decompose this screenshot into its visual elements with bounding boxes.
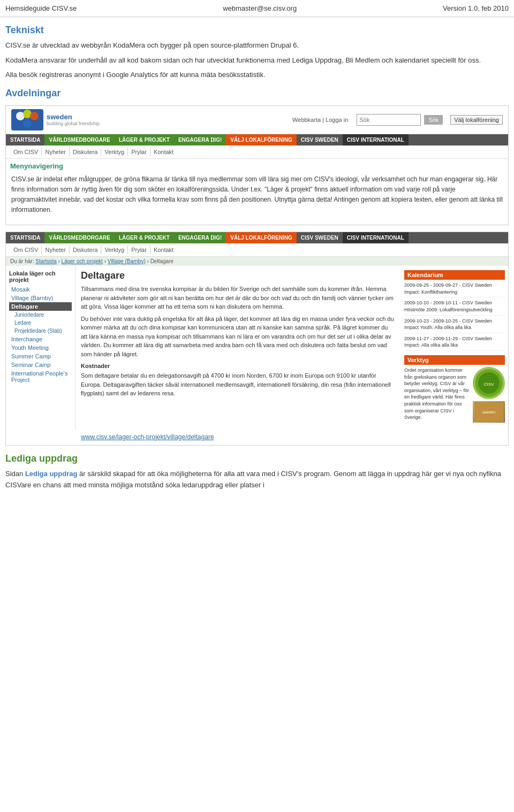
toplinks: Webbkarta | Logga in — [292, 117, 348, 123]
lediga-heading: Lediga uppdrag — [5, 453, 509, 464]
svg-text:CISV: CISV — [483, 382, 494, 387]
sidebar: Lokala läger och projekt Mosaik Village … — [6, 266, 75, 430]
subnav-verktyg[interactable]: Verktyg — [101, 148, 128, 156]
verktyg-content: Ordet organisation kommer från grekiskan… — [404, 367, 505, 425]
mockup-nav: STARTSIDA VÄRLDSMEDBORGARE LÄGER & PROJE… — [6, 134, 508, 145]
mockup-nav2: STARTSIDA VÄRLDSMEDBORGARE LÄGER & PROJE… — [6, 232, 508, 243]
svg-point-3 — [23, 119, 32, 128]
nav2-valj[interactable]: VÄLJ LOKALFÖRENING — [226, 232, 297, 243]
deltagare-link[interactable]: www.cisv.se/lager-och-projekt/village/de… — [81, 433, 214, 441]
verktyg-bottom-image: sweden — [473, 401, 505, 423]
subnav2-om-cisv[interactable]: Om CISV — [10, 246, 42, 254]
page-link-area: www.cisv.se/lager-och-projekt/village/de… — [6, 430, 508, 445]
body-text-2: Du behöver inte vara duktig på engelska … — [81, 315, 396, 359]
mockup-main-content: Deltagare Tillsammans med dina tre svens… — [75, 266, 401, 430]
email: webmaster@se.cisv.org — [223, 4, 297, 12]
breadcrumb-village[interactable]: Village (Barnby) — [108, 258, 146, 264]
tekniskt-heading: Tekniskt — [5, 25, 509, 36]
kostnader-heading: Kostnader — [81, 363, 396, 369]
site-name: Hemsideguide CISV.se — [5, 4, 77, 12]
sidebar-ledare[interactable]: Ledare — [9, 319, 72, 327]
calendar-header: Kalendarium — [404, 270, 505, 280]
right-column: Kalendarium 2009-09-25 - 2009-09-27 - CI… — [401, 266, 508, 430]
subnav2-prylar[interactable]: Prylar — [128, 246, 150, 254]
sidebar-summer-camp[interactable]: Summer Camp — [9, 352, 72, 361]
nav-cisv-intl[interactable]: CISV INTERNATIONAL — [343, 134, 409, 145]
nav-varldsmedborgare[interactable]: VÄRLDSMEDBORGARE — [44, 134, 114, 145]
document-header: Hemsideguide CISV.se webmaster@se.cisv.o… — [0, 0, 514, 17]
sidebar-title: Lokala läger och projekt — [9, 270, 72, 283]
mockup-subnav: Om CISV Nyheter Diskutera Verktyg Prylar… — [6, 145, 508, 159]
verktyg-header: Verktyg — [404, 355, 505, 365]
breadcrumb-startsida[interactable]: Startsida — [35, 258, 56, 264]
kostnader-text: Som deltagare betalar du en delegationsa… — [81, 371, 396, 398]
tekniskt-para3: Alla besök registreras anonymt i Google … — [5, 70, 509, 80]
subnav2-nyheter[interactable]: Nyheter — [42, 246, 70, 254]
sidebar-interchange[interactable]: Interchange — [9, 335, 72, 343]
search-area: Webbkarta | Logga in Sök Välj lokalfören… — [292, 114, 503, 126]
lediga-text-after: är särskild skapad för att öka möjlighet… — [5, 470, 501, 489]
subnav2-kontakt[interactable]: Kontakt — [150, 246, 177, 254]
website-mockup-1: sweden building global friendship Webbka… — [5, 105, 509, 226]
search-button[interactable]: Sök — [424, 115, 443, 125]
sidebar-international-people[interactable]: International People's Project — [9, 369, 72, 384]
subnav2-diskutera[interactable]: Diskutera — [70, 246, 101, 254]
sidebar-juniorledare[interactable]: Juniorledare — [9, 311, 72, 319]
nav2-cisv-sweden[interactable]: CISV SWEDEN — [297, 232, 343, 243]
nav2-engagera[interactable]: ENGAGERA DIG! — [174, 232, 226, 243]
tekniskt-para2: KodaMera ansvarar för underhåll av all k… — [5, 55, 509, 66]
verktyg-image: CISV sweden — [473, 367, 505, 423]
nav-startsida[interactable]: STARTSIDA — [6, 134, 44, 145]
menu-label: Menynavigering — [6, 159, 508, 171]
breadcrumb-text: Du är här: — [10, 258, 35, 264]
nav2-lager[interactable]: LÄGER & PROJEKT — [115, 232, 174, 243]
nav-cisv-sweden[interactable]: CISV SWEDEN — [297, 134, 343, 145]
sidebar-mosaik[interactable]: Mosaik — [9, 285, 72, 294]
version: Version 1.0, feb 2010 — [443, 4, 509, 12]
calendar-item-2: 2009-10-10 - 2009-10-11 - CISV SwedenHös… — [404, 300, 505, 315]
search-input[interactable] — [357, 114, 421, 126]
main-content: Tekniskt CISV.se är utvecklad av webbyrå… — [0, 25, 514, 491]
calendar-item-3: 2009-10-23 - 2009-10-25 - CISV SwedenImp… — [404, 318, 505, 333]
subnav-om-cisv[interactable]: Om CISV — [10, 148, 42, 156]
avdelningar-heading: Avdelningar — [5, 88, 509, 99]
calendar-item-1: 2009-09-25 - 2009-09-27 - CISV SwedenImp… — [404, 282, 505, 297]
breadcrumb-deltagare: Deltagare — [150, 258, 173, 264]
nav-engagera[interactable]: ENGAGERA DIG! — [174, 134, 226, 145]
mockup1-body: CISV.se är indelat efter målgrupper, de … — [6, 171, 508, 221]
sidebar-village[interactable]: Village (Barnby) — [9, 294, 72, 302]
calendar-item-4: 2009-11-27 - 2009-11-29 - CISV SwedenImp… — [404, 335, 505, 351]
lokalforening-dropdown[interactable]: Välj lokalförening — [450, 115, 503, 125]
nav2-varldsmedborgare[interactable]: VÄRLDSMEDBORGARE — [44, 232, 114, 243]
subnav-kontakt[interactable]: Kontakt — [150, 148, 177, 156]
cisv-sweden-text: sweden building global friendship — [47, 113, 100, 126]
svg-point-2 — [30, 112, 39, 120]
nav2-startsida[interactable]: STARTSIDA — [6, 232, 44, 243]
subnav-diskutera[interactable]: Diskutera — [70, 148, 101, 156]
sidebar-projektledare[interactable]: Projektledare (Stab) — [9, 327, 72, 335]
subnav-nyheter[interactable]: Nyheter — [42, 148, 70, 156]
lediga-text: Sidan Lediga uppdrag är särskild skapad … — [5, 469, 509, 491]
nav-valj[interactable]: VÄLJ LOKALFÖRENING — [226, 134, 297, 145]
verktyg-text: Ordet organisation kommer från grekiskan… — [404, 367, 471, 421]
mockup-topbar: sweden building global friendship Webbka… — [6, 106, 508, 134]
mockup2-subnav: Om CISV Nyheter Diskutera Verktyg Prylar… — [6, 243, 508, 257]
breadcrumb-lager[interactable]: Läger och projekt — [62, 258, 103, 264]
body-text-1: Tillsammans med dina tre svenska kompisa… — [81, 285, 396, 311]
subnav-prylar[interactable]: Prylar — [128, 148, 150, 156]
cisv-logo-box — [11, 109, 43, 131]
lediga-text-before: Sidan — [5, 470, 25, 478]
sidebar-youth-meeting[interactable]: Youth Meeting — [9, 343, 72, 352]
subnav2-verktyg[interactable]: Verktyg — [101, 246, 128, 254]
sidebar-seminar-camp[interactable]: Seminar Camp — [9, 361, 72, 369]
sidebar-deltagare[interactable]: Deltagare — [9, 302, 72, 311]
tekniskt-para1: CISV.se är utvecklad av webbyrån KodaMer… — [5, 40, 509, 51]
page-layout: Lokala läger och projekt Mosaik Village … — [6, 266, 508, 430]
page-title: Deltagare — [81, 270, 396, 281]
nav2-cisv-intl[interactable]: CISV INTERNATIONAL — [343, 232, 409, 243]
nav-lager[interactable]: LÄGER & PROJEKT — [115, 134, 174, 145]
breadcrumb: Du är här: Startsida › Läger och projekt… — [6, 257, 508, 266]
lediga-link[interactable]: Lediga uppdrag — [25, 470, 78, 478]
cisv-logo-area: sweden building global friendship — [11, 109, 100, 131]
cisv-globe-image: CISV — [473, 367, 505, 399]
